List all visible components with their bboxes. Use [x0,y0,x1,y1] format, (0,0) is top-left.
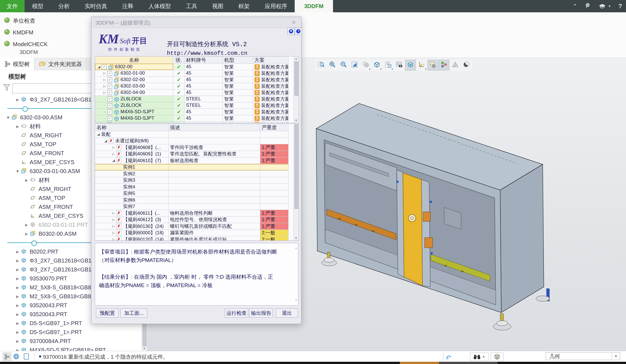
parts-table-row[interactable]: ▷✓6302-01-00✓45智莱装配检查方案 [95,70,299,77]
cabinet-3d-model[interactable] [304,98,626,349]
menu-item-file[interactable]: 文件 [0,0,25,12]
scroll-down-icon[interactable]: ▼ [294,118,298,123]
expand-toggle-icon[interactable]: ▶ [15,98,21,102]
menu-item-实时仿真[interactable]: 实时仿真 [77,0,115,12]
rules-table-row[interactable]: 实例5 [95,190,299,197]
rules-table-row[interactable]: ▷✗【规则60120】(14)紧固件伸出长度过长或过短2:一般 [95,236,299,241]
render-style-button[interactable]: ▾ [360,60,371,70]
plan-cell[interactable]: 装配检查方案 [253,109,289,115]
expand-toggle-icon[interactable]: ▶ [15,303,21,308]
plan-cell[interactable]: 装配检查方案 [253,77,289,83]
expand-toggle-icon[interactable]: ▶ [15,294,21,299]
scroll-thumb[interactable] [294,62,298,96]
tree-item[interactable]: ▶D5-S<GB97_1>.PRT [0,328,141,337]
expand-toggle-icon[interactable]: ▷ [102,71,107,75]
zoom-fit-button[interactable] [316,60,326,70]
rules-table-row[interactable]: ◢装配 [95,131,299,138]
plan-cell[interactable]: 装配检查方案 [253,96,289,102]
help-icon[interactable]: ? [618,3,622,10]
rules-table-row[interactable]: ▷✗【规则40611】(...物料选用合理性判断1:严重 [95,210,299,217]
expand-toggle-icon[interactable]: ▷ [111,211,116,215]
expand-toggle-icon[interactable]: ◢ [111,159,116,162]
learning-icon[interactable]: ▼ [599,3,611,9]
collapse-ribbon-icon[interactable]: ⌃ [573,3,577,10]
scroll-down-icon[interactable]: ▼ [142,346,147,351]
plan-cell[interactable]: 装配检查方案 [253,102,289,109]
dialog-titlebar[interactable]: 3DDFM--- (超级管理员) ✕ [91,17,301,28]
row-checkbox[interactable]: ✓ [107,103,112,108]
parts-table-row[interactable]: ▷✓6302-02-00✓45智莱装配检查方案 [95,77,299,83]
scroll-down-icon[interactable]: ▼ [294,236,298,240]
scroll-up-icon[interactable]: ▲ [294,56,298,61]
expand-toggle-icon[interactable]: ▶ [15,348,21,351]
dialog-close-icon[interactable]: ✕ [291,19,296,26]
tab-model-tree[interactable]: 模型树 [0,58,34,70]
splitter-knob[interactable] [22,106,28,112]
expand-toggle-icon[interactable]: ▶ [15,276,21,281]
expand-toggle-icon[interactable]: ▷ [111,231,116,235]
parts-table-row[interactable]: ▷✓6302-04-00✓45智莱装配检查方案 [95,89,299,96]
expand-toggle-icon[interactable]: ▷ [111,152,116,156]
expand-toggle-icon[interactable]: ▶ [15,259,21,263]
rules-table-row[interactable]: 实例1 [95,164,299,171]
expand-toggle-icon[interactable]: ▷ [111,218,116,222]
plan-cell[interactable]: 装配检查方案 [253,70,289,77]
rules-table-scrollbar[interactable]: ▼ [294,124,299,240]
rules-table-row[interactable]: ▷✗【规则60130】(24)螺钉与螺孔直径或螺距不匹配1:严重 [95,223,299,230]
parts-table-scrollbar[interactable]: ▲ ▼ [294,56,299,123]
exit-button[interactable]: 退出 [276,308,298,318]
expand-toggle-icon[interactable]: ▷ [102,84,107,88]
parts-table-row[interactable]: –✓ZL6LOCK✓STEEL智莱装配检查方案 [95,102,299,109]
expand-toggle-icon[interactable]: ▶ [15,124,21,129]
menu-item-分析[interactable]: 分析 [51,0,77,12]
expand-toggle-icon[interactable]: ▶ [15,321,21,325]
display-style-button[interactable]: ▾ [372,60,382,70]
search-binoculars-button[interactable]: ▼ [470,353,488,361]
plan-cell[interactable]: 装配检查方案 [253,64,289,70]
expand-toggle-icon[interactable]: ▶ [15,268,21,272]
preconfig-button[interactable]: 预配置 [96,308,119,318]
repaint-button[interactable] [349,60,360,70]
expand-toggle-icon[interactable]: ▷ [111,145,116,149]
rules-table-row[interactable]: 实例3 [95,177,299,184]
zoom-out-button[interactable] [338,60,349,70]
export-report-button[interactable]: 输出报告 [249,308,273,318]
expand-toggle-icon[interactable]: ▷ [102,91,107,94]
menu-item-视图[interactable]: 视图 [205,0,231,12]
parts-table-row[interactable]: –✓M4X6-SD-SJPT✓45智莱装配检查方案 [95,115,299,122]
row-checkbox[interactable]: ✓ [107,84,112,89]
plan-cell[interactable]: 装配检查方案 [253,122,289,123]
datum-display-button[interactable]: xy▾ [416,60,427,70]
expand-toggle-icon[interactable]: ▶ [23,178,30,182]
row-checkbox[interactable]: ✓ [107,122,112,123]
menu-item-人体模型[interactable]: 人体模型 [141,0,178,12]
expand-toggle-icon[interactable]: ▶ [23,223,30,227]
parts-table-row[interactable]: –✓ZL6LOCK✓STEEL智莱装配检查方案 [95,96,299,102]
tree-scroll-thumb[interactable] [143,323,147,346]
menu-item-3DDFM[interactable]: 3DDFM [295,0,333,12]
tree-item[interactable]: ▶M4X8-SD-SJPT<GB818>.PRT [0,346,141,351]
column-header[interactable]: 机型 [223,56,253,64]
row-checkbox[interactable]: ✓ [107,116,112,121]
ribbon-button-单位检查[interactable]: 单位检查 [4,16,35,25]
expand-toggle-icon[interactable]: ▷ [102,78,107,82]
column-header[interactable]: 名称 [95,56,173,64]
expand-toggle-icon[interactable]: ▶ [15,250,21,254]
scroll-down-icon[interactable]: ▼ [295,296,297,305]
perspective-button[interactable] [450,60,460,70]
annotation-display-button[interactable] [427,60,438,70]
splitter-knob[interactable] [31,240,37,246]
run-check-button[interactable]: 运行检查 [225,308,248,318]
expand-toggle-icon[interactable]: ◢ [96,132,101,136]
plan-cell[interactable]: 装配检查方案 [253,83,289,89]
menu-item-应用程序[interactable]: 应用程序 [257,0,295,12]
regenerate-icon[interactable] [445,353,453,360]
expand-toggle-icon[interactable]: ▼ [15,169,21,173]
parts-table-row[interactable]: –✓M4X6-SD-SJPT✓45智莱装配检查方案 [95,109,299,115]
zoom-in-button[interactable] [327,60,337,70]
rules-table-row[interactable]: 实例2 [95,171,299,177]
tree-item[interactable]: ▶93700084A.PRT [0,337,141,346]
rules-table-row[interactable]: ▷✗【规则40612】(3)电控件型号、使用情况检查1:严重 [95,217,299,223]
scroll-thumb[interactable] [294,124,298,209]
search-icon[interactable] [585,2,591,10]
